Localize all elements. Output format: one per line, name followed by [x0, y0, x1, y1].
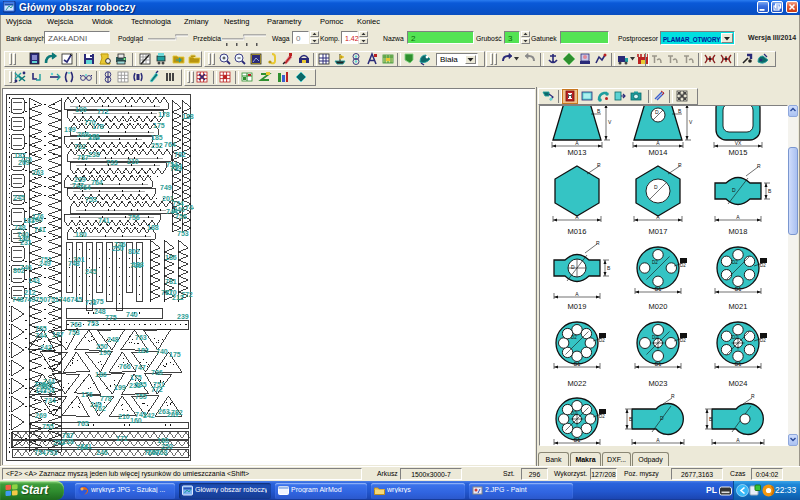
svg-text:160: 160 [130, 417, 142, 424]
svg-text:753: 753 [85, 196, 97, 203]
svg-text:733: 733 [170, 165, 182, 172]
svg-text:183: 183 [132, 261, 144, 268]
svg-text:199: 199 [114, 384, 126, 391]
svg-text:D2: D2 [760, 338, 766, 343]
svg-text:252: 252 [151, 142, 163, 149]
svg-text:VX: VX [735, 140, 742, 146]
svg-text:R: R [597, 162, 601, 168]
svg-text:210: 210 [118, 413, 130, 420]
svg-text:740: 740 [126, 311, 138, 318]
svg-text:766: 766 [119, 363, 131, 370]
svg-text:756: 756 [128, 214, 140, 221]
svg-text:772: 772 [85, 299, 97, 306]
svg-text:D2: D2 [732, 335, 738, 340]
svg-text:M013: M013 [568, 148, 587, 157]
svg-text:763: 763 [135, 334, 147, 341]
svg-text:753: 753 [87, 320, 99, 327]
svg-text:M015: M015 [729, 148, 748, 157]
svg-text:175: 175 [130, 374, 142, 381]
svg-text:269: 269 [18, 159, 30, 166]
svg-text:D2: D2 [652, 260, 658, 265]
svg-text:740: 740 [156, 348, 168, 355]
svg-text:D: D [660, 415, 664, 421]
svg-text:246: 246 [96, 449, 108, 456]
svg-text:175: 175 [153, 122, 165, 129]
svg-text:178: 178 [158, 111, 170, 118]
svg-text:242: 242 [143, 412, 155, 419]
svg-text:D: D [571, 264, 575, 270]
svg-text:762: 762 [94, 405, 106, 412]
svg-text:187: 187 [14, 152, 26, 159]
svg-text:M014: M014 [649, 148, 668, 157]
svg-text:M024: M024 [729, 379, 748, 388]
svg-text:231: 231 [20, 239, 32, 246]
svg-text:772: 772 [151, 386, 163, 393]
svg-text:252: 252 [53, 439, 65, 446]
svg-text:D2: D2 [571, 411, 577, 416]
svg-text:239: 239 [177, 313, 189, 320]
svg-text:188: 188 [147, 224, 159, 231]
svg-text:D1: D1 [655, 286, 662, 292]
svg-text:755: 755 [42, 423, 54, 430]
svg-text:175: 175 [169, 351, 181, 358]
svg-text:178: 178 [92, 123, 104, 130]
svg-text:764: 764 [164, 141, 176, 148]
svg-text:201: 201 [162, 195, 174, 202]
svg-text:D: D [655, 109, 659, 115]
svg-text:756: 756 [175, 213, 187, 220]
svg-text:187: 187 [52, 331, 64, 338]
svg-text:212: 212 [24, 289, 36, 296]
svg-text:D2: D2 [571, 335, 577, 340]
svg-text:176: 176 [81, 391, 93, 398]
svg-text:186: 186 [165, 254, 177, 261]
svg-text:754753: 754753 [34, 449, 57, 456]
svg-text:245: 245 [13, 194, 25, 201]
svg-text:749: 749 [160, 184, 172, 191]
svg-text:753: 753 [177, 230, 189, 237]
svg-text:772: 772 [97, 108, 109, 115]
svg-text:741: 741 [34, 226, 46, 233]
svg-text:D2: D2 [760, 263, 766, 268]
svg-text:747: 747 [134, 364, 146, 371]
svg-text:R: R [751, 393, 755, 399]
svg-text:M022: M022 [568, 379, 587, 388]
svg-text:M017: M017 [649, 227, 668, 236]
svg-text:250: 250 [96, 343, 108, 350]
svg-text:764: 764 [79, 184, 91, 191]
svg-text:802: 802 [13, 267, 25, 274]
svg-text:772: 772 [181, 291, 193, 298]
svg-text:D1: D1 [655, 361, 662, 367]
svg-text:R: R [757, 163, 761, 169]
svg-text:239: 239 [74, 176, 86, 183]
svg-text:744: 744 [185, 204, 194, 211]
svg-text:M021: M021 [729, 302, 748, 311]
svg-text:171: 171 [88, 133, 100, 140]
svg-text:778: 778 [100, 395, 112, 402]
svg-text:201: 201 [167, 411, 179, 418]
svg-text:143: 143 [28, 277, 40, 284]
svg-text:D1: D1 [735, 361, 742, 367]
svg-text:238: 238 [88, 151, 100, 158]
svg-text:D2: D2 [680, 338, 686, 343]
svg-text:186: 186 [95, 371, 107, 378]
svg-text:185: 185 [151, 134, 163, 141]
svg-text:D1: D1 [574, 361, 581, 367]
svg-text:802: 802 [128, 248, 140, 255]
svg-text:748749750751746745: 748749750751746745 [12, 296, 82, 303]
svg-text:268: 268 [36, 383, 48, 390]
svg-text:D2: D2 [652, 335, 658, 340]
svg-text:190: 190 [99, 349, 111, 356]
svg-text:180: 180 [75, 231, 87, 238]
svg-text:171: 171 [116, 435, 128, 442]
svg-text:M023: M023 [649, 379, 668, 388]
svg-text:736: 736 [151, 369, 163, 376]
svg-text:781: 781 [165, 278, 177, 285]
svg-text:242: 242 [40, 344, 52, 351]
svg-text:D2: D2 [732, 260, 738, 265]
svg-text:248: 248 [107, 336, 119, 343]
svg-text:733: 733 [106, 159, 118, 166]
svg-text:770: 770 [165, 289, 177, 296]
svg-text:M016: M016 [568, 227, 587, 236]
svg-text:245: 245 [85, 268, 97, 275]
svg-text:R: R [678, 162, 682, 168]
